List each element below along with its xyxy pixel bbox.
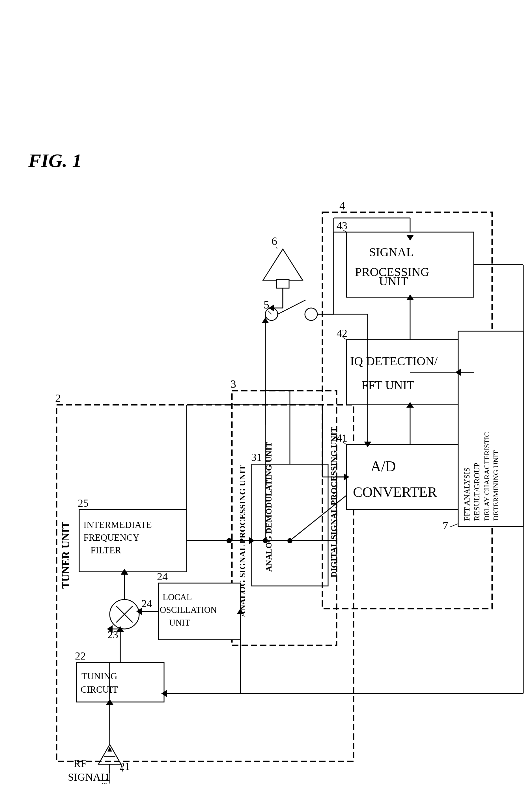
svg-text:31: 31 bbox=[251, 451, 262, 463]
svg-text:UNIT: UNIT bbox=[169, 618, 190, 628]
svg-rect-123 bbox=[76, 662, 164, 702]
svg-text:TUNER UNIT: TUNER UNIT bbox=[60, 521, 72, 589]
svg-text:24: 24 bbox=[141, 597, 152, 609]
fig-title-text: FIG. 1 bbox=[28, 150, 82, 171]
svg-text:FILTER: FILTER bbox=[91, 545, 121, 555]
svg-text:FREQUENCY: FREQUENCY bbox=[83, 532, 139, 542]
svg-text:23: 23 bbox=[108, 629, 118, 641]
svg-text:42: 42 bbox=[337, 327, 347, 339]
svg-text:DELAY CHARACTERISTIC: DELAY CHARACTERISTIC bbox=[483, 432, 491, 521]
svg-text:25: 25 bbox=[78, 497, 89, 509]
svg-text:UNIT: UNIT bbox=[379, 275, 408, 288]
svg-rect-115 bbox=[252, 464, 328, 586]
svg-text:INTERMEDIATE: INTERMEDIATE bbox=[83, 520, 152, 530]
svg-text:FFT UNIT: FFT UNIT bbox=[361, 379, 414, 392]
svg-text:CONVERTER: CONVERTER bbox=[353, 484, 437, 500]
svg-text:3: 3 bbox=[230, 377, 236, 390]
svg-text:43: 43 bbox=[337, 220, 347, 232]
svg-text:4: 4 bbox=[339, 199, 345, 212]
svg-text:~: ~ bbox=[102, 777, 108, 789]
svg-text:2: 2 bbox=[55, 392, 61, 405]
svg-text:7: 7 bbox=[443, 519, 448, 532]
svg-text:RESULT/GROUP: RESULT/GROUP bbox=[472, 462, 481, 521]
svg-point-176 bbox=[305, 308, 317, 320]
svg-text:22: 22 bbox=[75, 650, 86, 662]
svg-rect-162 bbox=[346, 232, 474, 297]
svg-text:OSCILLATION: OSCILLATION bbox=[160, 605, 217, 615]
svg-text:SIGNAL: SIGNAL bbox=[68, 771, 107, 783]
svg-text:24: 24 bbox=[157, 571, 168, 583]
svg-text:CIRCUIT: CIRCUIT bbox=[81, 684, 118, 695]
svg-text:21: 21 bbox=[119, 760, 130, 772]
svg-text:TUNING: TUNING bbox=[81, 671, 117, 681]
svg-text:RF: RF bbox=[74, 757, 87, 769]
svg-text:FFT ANALYSIS: FFT ANALYSIS bbox=[462, 467, 471, 521]
svg-text:5: 5 bbox=[264, 298, 269, 311]
svg-text:A/D: A/D bbox=[370, 458, 396, 474]
svg-rect-181 bbox=[277, 280, 289, 288]
svg-text:DETERMINING UNIT: DETERMINING UNIT bbox=[492, 450, 500, 521]
svg-text:IQ DETECTION/: IQ DETECTION/ bbox=[350, 354, 438, 368]
svg-text:SIGNAL: SIGNAL bbox=[369, 245, 414, 259]
svg-text:41: 41 bbox=[337, 432, 347, 444]
svg-text:6: 6 bbox=[271, 235, 277, 247]
svg-text:LOCAL: LOCAL bbox=[163, 592, 192, 602]
